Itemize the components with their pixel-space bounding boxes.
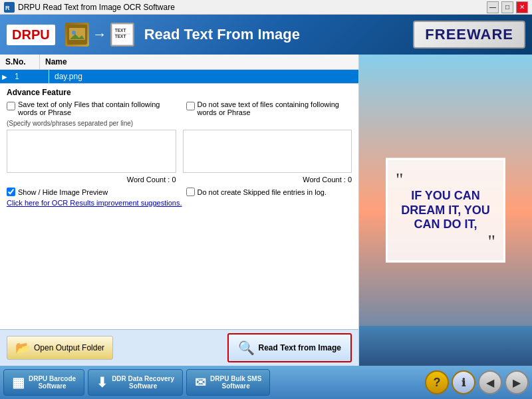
sms-icon: ✉ xyxy=(195,374,206,390)
taskbar-sms-button[interactable]: ✉ DRPU Bulk SMS Software xyxy=(186,369,270,396)
titlebar: R DRPU Read Text from Image OCR Software… xyxy=(0,0,532,15)
taskbar-barcode-label: DRPU Barcode Software xyxy=(29,375,76,390)
show-preview-checkbox[interactable] xyxy=(7,188,15,196)
quote-text: IF YOU CAN DREAM IT, YOU CAN DO IT, xyxy=(396,189,495,232)
svg-text:R: R xyxy=(5,5,10,11)
app-icon: R xyxy=(4,2,15,13)
taskbar-ddr-label: DDR Data Recovery Software xyxy=(112,375,174,390)
taskbar-barcode-button[interactable]: ▦ DRPU Barcode Software xyxy=(3,369,84,396)
no-skip-checkbox[interactable] xyxy=(186,188,195,196)
header: DRPU → TEXT TEXT Read Text From Image FR… xyxy=(0,15,532,55)
taskbar-ddr-button[interactable]: ⬇ DDR Data Recovery Software xyxy=(88,369,183,396)
folder-icon: 📂 xyxy=(15,340,30,355)
water-layer xyxy=(359,326,532,366)
checkbox-no-save-label: Do not save text of files containing fol… xyxy=(198,100,352,116)
textareas-row xyxy=(7,130,352,173)
text-icon: TEXT TEXT xyxy=(110,23,134,47)
window-controls: — □ ✕ xyxy=(487,1,528,13)
barcode-icon: ▦ xyxy=(12,374,25,390)
back-button[interactable]: ◀ xyxy=(478,370,502,394)
maximize-button[interactable]: □ xyxy=(501,1,513,13)
header-icons: → TEXT TEXT xyxy=(65,23,134,47)
ocr-improvement-link[interactable]: Click here for OCR Results improvement s… xyxy=(7,199,352,207)
image-icon xyxy=(65,23,89,47)
no-skip-label: Do not create Skipped file entries in lo… xyxy=(198,188,327,196)
table-header: S.No. Name xyxy=(0,55,358,70)
checkbox-save-words-label: Save text of only Files that contain fol… xyxy=(18,100,173,116)
check-show-preview: Show / Hide Image Preview xyxy=(7,188,173,196)
phrase-textarea-1[interactable] xyxy=(7,130,176,173)
cell-sno: 1 xyxy=(9,70,49,83)
row-arrow: ▶ xyxy=(0,73,9,80)
drpu-logo: DRPU xyxy=(7,25,55,45)
word-count-1: Word Count : 0 xyxy=(7,176,176,184)
phrase-textarea-2[interactable] xyxy=(183,130,352,173)
open-folder-label: Open Output Folder xyxy=(34,343,104,352)
table-row[interactable]: ▶ 1 day.png xyxy=(0,70,358,83)
close-button[interactable]: ✕ xyxy=(516,1,528,13)
svg-text:TEXT: TEXT xyxy=(114,28,126,33)
show-preview-label: Show / Hide Image Preview xyxy=(18,188,108,196)
button-bar: 📂 Open Output Folder 🔍 Read Text from Im… xyxy=(0,329,358,366)
read-image-button[interactable]: 🔍 Read Text from Image xyxy=(227,333,352,362)
arrow-icon: → xyxy=(92,26,107,43)
word-count-row: Word Count : 0 Word Count : 0 xyxy=(7,176,352,184)
checkbox-no-save: Do not save text of files containing fol… xyxy=(186,100,352,116)
window-title: DRPU Read Text from Image OCR Software xyxy=(18,3,487,12)
quote-close: " xyxy=(396,231,495,250)
read-icon: 🔍 xyxy=(238,340,255,356)
checkbox-no-save-input[interactable] xyxy=(186,102,195,110)
checkbox-save-words-input[interactable] xyxy=(7,102,15,110)
svg-text:TEXT: TEXT xyxy=(114,34,126,39)
main-content: S.No. Name ▶ 1 day.png Advance Feature S… xyxy=(0,55,532,366)
taskbar: ▦ DRPU Barcode Software ⬇ DDR Data Recov… xyxy=(0,366,532,399)
taskbar-right-buttons: ? ℹ ◀ ▶ xyxy=(425,370,529,394)
check-no-skip: Do not create Skipped file entries in lo… xyxy=(186,188,352,196)
left-panel: S.No. Name ▶ 1 day.png Advance Feature S… xyxy=(0,55,359,366)
right-panel: " IF YOU CAN DREAM IT, YOU CAN DO IT, " xyxy=(359,55,532,366)
advance-section: Advance Feature Save text of only Files … xyxy=(0,84,358,329)
preview-image: " IF YOU CAN DREAM IT, YOU CAN DO IT, " xyxy=(359,55,532,366)
info-button[interactable]: ℹ xyxy=(452,370,475,394)
header-title: Read Text From Image xyxy=(144,26,404,43)
col-name-header: Name xyxy=(40,55,72,69)
checkbox-save-words: Save text of only Files that contain fol… xyxy=(7,100,173,116)
file-table: S.No. Name ▶ 1 day.png xyxy=(0,55,358,84)
read-image-label: Read Text from Image xyxy=(259,343,341,352)
quote-box: " IF YOU CAN DREAM IT, YOU CAN DO IT, " xyxy=(386,158,505,263)
ddr-icon: ⬇ xyxy=(96,374,108,390)
advance-title: Advance Feature xyxy=(7,88,352,97)
quote-open: " xyxy=(396,170,495,189)
freeware-badge: FREEWARE xyxy=(413,21,525,49)
help-button[interactable]: ? xyxy=(425,370,449,394)
minimize-button[interactable]: — xyxy=(487,1,499,13)
phrase-hint: (Specify words/phrases separated per lin… xyxy=(7,120,352,127)
checkboxes-row: Save text of only Files that contain fol… xyxy=(7,100,352,116)
taskbar-sms-label: DRPU Bulk SMS Software xyxy=(210,375,261,390)
col-sno-header: S.No. xyxy=(0,55,40,69)
cell-name: day.png xyxy=(49,70,88,83)
open-folder-button[interactable]: 📂 Open Output Folder xyxy=(7,336,113,360)
bottom-checks: Show / Hide Image Preview Do not create … xyxy=(7,188,352,196)
word-count-2: Word Count : 0 xyxy=(183,176,352,184)
forward-button[interactable]: ▶ xyxy=(505,370,529,394)
